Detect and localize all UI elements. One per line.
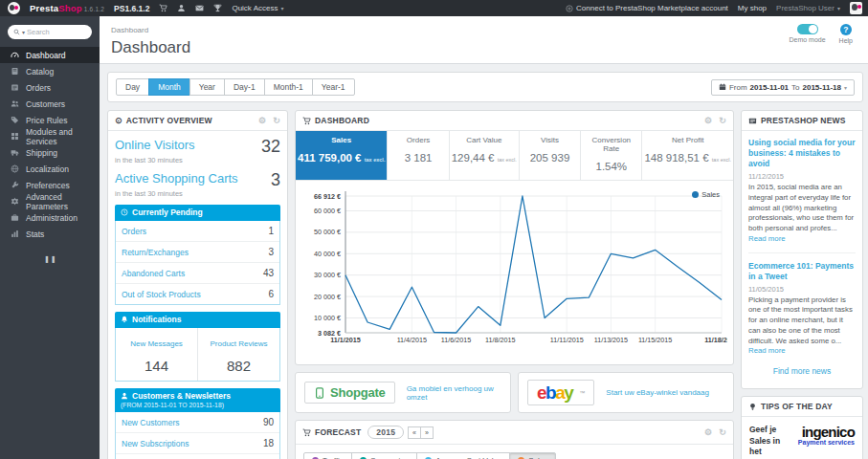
kpi-cart-value[interactable]: Cart Value129,44 € tax excl.: [449, 131, 519, 180]
panel-refresh-icon[interactable]: ↻: [273, 117, 280, 125]
search-scope-caret-icon[interactable]: ▾: [22, 29, 25, 35]
sidebar-item-dashboard[interactable]: Dashboard: [0, 47, 100, 63]
panel-refresh-icon[interactable]: ↻: [719, 428, 726, 437]
sidebar-item-modules-and-services[interactable]: Modules and Services: [0, 128, 100, 144]
kpi-conversion-rate[interactable]: Conversion Rate1.54%: [580, 131, 641, 180]
out-of-stock-row: Out of Stock Products6: [116, 283, 279, 304]
book-icon: [11, 67, 19, 76]
question-mark-icon[interactable]: ?: [840, 24, 852, 35]
breadcrumb[interactable]: Dashboard: [111, 26, 148, 34]
sidebar-item-advanced-parameters[interactable]: Advanced Parameters: [0, 193, 100, 209]
activity-overview-panel: ⊙ ACTIVITY OVERVIEW ⚙↻ Online Visitors 3…: [107, 110, 288, 459]
sidebar-item-shipping[interactable]: Shipping: [0, 144, 100, 161]
kpi-sales[interactable]: Sales411 759,00 € tax excl.: [296, 131, 387, 180]
sidebar-item-catalog[interactable]: Catalog: [0, 63, 100, 79]
toggle-switch-icon[interactable]: [797, 24, 818, 34]
find-more-news-link[interactable]: Find more news: [748, 357, 856, 384]
online-visitors-link[interactable]: Online Visitors: [115, 138, 195, 152]
bell-icon: [121, 316, 128, 323]
new-customers-link[interactable]: New Customers: [122, 418, 179, 427]
panel-settings-icon[interactable]: ⚙: [704, 428, 712, 437]
svg-text:11/13/2015: 11/13/2015: [594, 336, 628, 344]
svg-text:11/15/2015: 11/15/2015: [638, 336, 672, 344]
sidebar-item-localization[interactable]: Localization: [0, 161, 100, 177]
pending-returns-link[interactable]: Return/Exchanges: [122, 248, 189, 257]
period-button-group: Day Month Year Day-1 Month-1 Year-1: [116, 78, 355, 96]
panel-settings-icon[interactable]: ⚙: [258, 117, 266, 125]
user-menu[interactable]: PrestaShop User▾: [776, 4, 840, 12]
chevron-down-icon: ▾: [844, 84, 847, 91]
kpi-net-profit[interactable]: Net Profit148 918,51 € tax excl.: [641, 131, 733, 180]
sidebar-collapse-button[interactable]: ❚❚: [44, 255, 56, 263]
gear-icon: [11, 197, 19, 206]
new-messages-link[interactable]: New Messages: [130, 339, 183, 348]
date-range-picker[interactable]: From 2015-11-01 To 2015-11-18 ▾: [711, 79, 855, 96]
sidebar-item-customers[interactable]: Customers: [0, 96, 100, 112]
user-avatar[interactable]: [850, 2, 862, 14]
shopgate-link[interactable]: Ga mobiel en verhoog uw omzet: [407, 384, 501, 402]
forecast-next-button[interactable]: »: [420, 426, 434, 439]
help-button[interactable]: ? Help: [839, 24, 853, 44]
search-icon: [13, 29, 20, 35]
demo-mode-toggle[interactable]: Demo mode: [789, 24, 825, 43]
news-article-title-link[interactable]: Using social media for your business: 4 …: [748, 138, 856, 169]
chevron-down-icon: ▾: [837, 5, 840, 11]
panel-settings-icon[interactable]: ⚙: [704, 117, 712, 125]
sidebar-search[interactable]: ▾: [8, 25, 92, 39]
svg-text:50 000 €: 50 000 €: [314, 228, 341, 236]
ebay-link[interactable]: Start uw eBay-winkel vandaag: [606, 388, 709, 397]
news-panel-title: PRESTASHOP NEWS: [761, 116, 846, 125]
forecast-traffic-button[interactable]: Traffic: [303, 452, 352, 459]
people-icon: [11, 99, 19, 108]
period-month-1-button[interactable]: Month-1: [264, 78, 313, 96]
sidebar-item-orders[interactable]: Orders: [0, 79, 100, 96]
marketplace-connect-link[interactable]: Connect to PrestaShop Marketplace accoun…: [566, 4, 728, 12]
cart-icon: [302, 117, 311, 125]
messages-notifications-icon[interactable]: [195, 4, 204, 12]
orders-notifications-cart-icon[interactable]: [159, 4, 167, 12]
news-article: Ecommerce 101: Payments in a Tweet 11/05…: [748, 252, 856, 358]
my-shop-link[interactable]: My shop: [738, 4, 767, 12]
sidebar-item-stats[interactable]: Stats: [0, 226, 100, 242]
customers-notifications-icon[interactable]: [177, 4, 186, 12]
sidebar-item-preferences[interactable]: Preferences: [0, 177, 100, 193]
pending-orders-link[interactable]: Orders: [122, 227, 146, 236]
period-year-1-button[interactable]: Year-1: [312, 78, 355, 96]
kpi-visits[interactable]: Visits205 939: [519, 131, 580, 180]
new-subscriptions-link[interactable]: New Subscriptions: [122, 439, 189, 448]
read-more-link[interactable]: Read more: [748, 234, 786, 243]
period-day-1-button[interactable]: Day-1: [224, 78, 265, 96]
svg-text:66 912 €: 66 912 €: [314, 192, 341, 201]
total-subscribers-row: Total Subscribers1308: [116, 453, 279, 459]
prestashop-logo-icon: [8, 2, 20, 14]
out-of-stock-link[interactable]: Out of Stock Products: [122, 290, 201, 299]
abandoned-carts-link[interactable]: Abandoned Carts: [122, 269, 185, 278]
phone-icon: [314, 387, 325, 399]
product-reviews-link[interactable]: Product Reviews: [210, 339, 267, 348]
sidebar-item-price-rules[interactable]: Price Rules: [0, 112, 100, 128]
panel-refresh-icon[interactable]: ↻: [719, 117, 726, 125]
forecast-prev-button[interactable]: «: [408, 426, 421, 439]
search-input[interactable]: [27, 28, 77, 36]
quick-access-menu[interactable]: Quick Access▾: [232, 4, 283, 12]
kpi-orders[interactable]: Orders3 181: [387, 131, 448, 180]
page-title: Dashboard: [111, 38, 190, 57]
period-year-button[interactable]: Year: [189, 78, 225, 96]
period-month-button[interactable]: Month: [148, 78, 190, 96]
product-reviews-cell: Product Reviews882: [197, 328, 279, 381]
read-more-link[interactable]: Read more: [748, 346, 786, 355]
period-day-button[interactable]: Day: [116, 78, 149, 96]
forecast-legend: Traffic Conversion Average Cart Value Sa…: [296, 445, 733, 459]
news-article-title-link[interactable]: Ecommerce 101: Payments in a Tweet: [748, 261, 856, 282]
forecast-avg-cart-value-button[interactable]: Average Cart Value: [416, 452, 510, 459]
active-carts-link[interactable]: Active Shopping Carts: [115, 171, 238, 186]
forecast-conversion-button[interactable]: Conversion: [351, 452, 417, 459]
trophy-icon[interactable]: [213, 4, 222, 12]
brand: PrestaShop1.6.1.2: [30, 3, 104, 13]
topbar: PrestaShop1.6.1.2 PS1.6.1.2 Quick Access…: [0, 0, 868, 16]
sidebar-item-administration[interactable]: Administration: [0, 209, 100, 226]
new-customers-row: New Customers90: [116, 412, 279, 432]
chart-legend[interactable]: Sales: [692, 190, 720, 199]
forecast-sales-button[interactable]: Sales: [509, 452, 556, 459]
person-icon: [121, 392, 128, 400]
